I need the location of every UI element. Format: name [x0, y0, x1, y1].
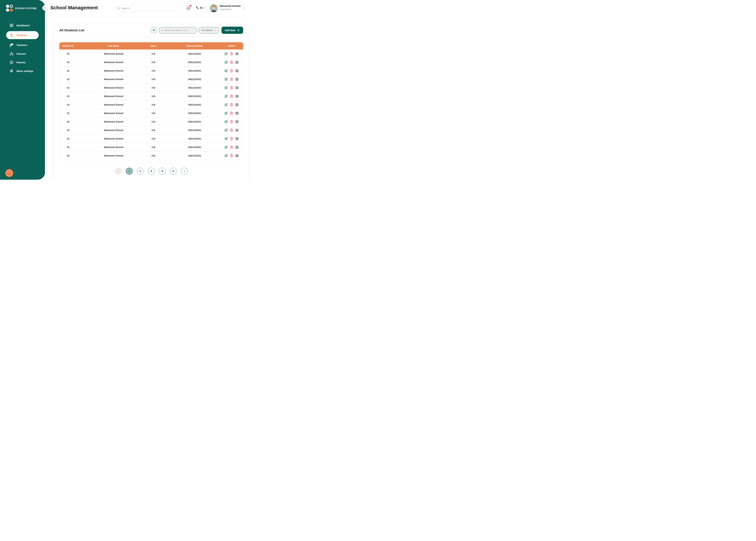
grid-more-icon[interactable] [235, 129, 239, 132]
user-avatar[interactable] [210, 4, 218, 12]
cell-full-name: Mohamed Ahmed [90, 52, 137, 55]
grid-more-icon[interactable] [235, 103, 239, 106]
user-info: Mohamed Ahmed SuperAdmin [220, 4, 240, 10]
global-search[interactable] [114, 5, 181, 12]
delete-icon[interactable] [230, 137, 233, 140]
cell-actions [220, 129, 243, 132]
delete-icon[interactable] [230, 129, 233, 132]
column-header-student-id: Student ID [59, 45, 90, 47]
cell-class: 3-B [137, 52, 169, 55]
add-new-button[interactable]: Add New [221, 27, 243, 34]
pagination-page-4[interactable]: 4 [159, 168, 166, 175]
cell-student-id: 01 [59, 112, 90, 115]
cell-full-name: Mohamed Ahmed [90, 78, 137, 81]
grid-more-icon[interactable] [235, 146, 239, 149]
chevron-down-icon [204, 7, 206, 9]
edit-icon[interactable] [224, 103, 228, 106]
grid-more-icon[interactable] [235, 120, 239, 123]
edit-icon[interactable] [224, 129, 228, 132]
edit-icon[interactable] [224, 154, 228, 157]
edit-icon[interactable] [224, 86, 228, 89]
delete-icon[interactable] [230, 69, 233, 72]
sidebar-item-label: Teachers [17, 44, 27, 46]
grid-more-icon[interactable] [235, 112, 239, 115]
delete-icon[interactable] [230, 103, 233, 106]
pagination-page-1[interactable]: 1 [126, 168, 133, 175]
filter-button[interactable] [151, 27, 157, 33]
pagination-next-button[interactable] [181, 168, 188, 175]
pagination-page-3[interactable]: 3 [148, 168, 155, 175]
edit-icon[interactable] [224, 61, 228, 64]
delete-icon[interactable] [230, 154, 233, 157]
notifications-button[interactable] [185, 5, 192, 11]
grid-more-icon[interactable] [235, 78, 239, 81]
student-search-input[interactable] [165, 29, 194, 31]
cell-actions [220, 112, 243, 115]
cell-class: 3-B [137, 86, 169, 89]
cell-actions [220, 95, 243, 98]
edit-icon[interactable] [224, 78, 228, 81]
grid-more-icon[interactable] [235, 69, 239, 72]
delete-icon[interactable] [230, 120, 233, 123]
cell-full-name: Mohamed Ahmed [90, 69, 137, 72]
grid-more-icon[interactable] [235, 95, 239, 98]
table-row: 01 Mohamed Ahmed 3-B 0921233431 [59, 50, 243, 58]
sidebar-item-menu-settings[interactable]: Menu settings [0, 67, 45, 75]
cell-class: 3-B [137, 137, 169, 140]
grid-more-icon[interactable] [235, 154, 239, 157]
edit-icon[interactable] [224, 137, 228, 140]
cell-student-id: 01 [59, 154, 90, 157]
delete-icon[interactable] [230, 112, 233, 115]
edit-icon[interactable] [224, 112, 228, 115]
pagination-page-2[interactable]: 2 [137, 168, 144, 175]
sidebar-item-dashboard[interactable]: Dashboard [0, 21, 45, 30]
delete-icon[interactable] [230, 86, 233, 89]
sidebar-item-parents[interactable]: Parents [0, 58, 45, 67]
column-header-class: Class [137, 45, 169, 47]
edit-icon[interactable] [224, 146, 228, 149]
cell-class: 3-B [137, 129, 169, 132]
delete-icon[interactable] [230, 146, 233, 149]
sidebar-collapse-button[interactable] [42, 5, 47, 10]
cell-actions [220, 137, 243, 140]
edit-icon[interactable] [224, 69, 228, 72]
language-switcher[interactable]: En [195, 6, 206, 9]
delete-icon[interactable] [230, 52, 233, 55]
sidebar-item-students[interactable]: Students [6, 31, 39, 39]
cell-parent-number: 0921233431 [169, 103, 220, 106]
sidebar-item-teachers[interactable]: Teachers [0, 41, 45, 49]
cell-class: 3-B [137, 69, 169, 72]
class-filter-dropdown[interactable]: All Classes [199, 27, 219, 33]
student-search[interactable] [159, 27, 197, 33]
sidebar-item-classes[interactable]: Classes [0, 49, 45, 58]
grid-more-icon[interactable] [235, 137, 239, 140]
grid-more-icon[interactable] [235, 52, 239, 55]
pickup-logo-icon [6, 5, 13, 12]
sidebar-item-label: Dashboard [17, 24, 29, 27]
table-row: 01 Mohamed Ahmed 3-B 0921233431 [59, 109, 243, 118]
edit-icon[interactable] [224, 52, 228, 55]
table-row: 01 Mohamed Ahmed 3-B 0921233431 [59, 101, 243, 109]
cell-class: 3-B [137, 120, 169, 123]
delete-icon[interactable] [230, 78, 233, 81]
table-row: 01 Mohamed Ahmed 3-B 0921233431 [59, 143, 243, 152]
cell-full-name: Mohamed Ahmed [90, 146, 137, 149]
grid-more-icon[interactable] [235, 86, 239, 89]
user-menu-button[interactable] [241, 6, 245, 10]
global-search-input[interactable] [122, 7, 178, 10]
cell-full-name: Mohamed Ahmed [90, 103, 137, 106]
cell-actions [220, 154, 243, 157]
edit-icon[interactable] [224, 95, 228, 98]
delete-icon[interactable] [230, 61, 233, 64]
pagination-page-5[interactable]: 5 [170, 168, 177, 175]
help-button[interactable]: ? [5, 169, 13, 177]
sidebar-item-label: Students [17, 34, 27, 37]
grid-more-icon[interactable] [235, 61, 239, 64]
edit-icon[interactable] [224, 120, 228, 123]
table-row: 01 Mohamed Ahmed 3-B 0921233431 [59, 92, 243, 101]
chevron-left-icon [117, 170, 119, 172]
cell-parent-number: 0921233431 [169, 52, 220, 55]
pagination-previous-button[interactable] [115, 168, 122, 175]
delete-icon[interactable] [230, 95, 233, 98]
table-row: 01 Mohamed Ahmed 3-B 0921233431 [59, 152, 243, 160]
